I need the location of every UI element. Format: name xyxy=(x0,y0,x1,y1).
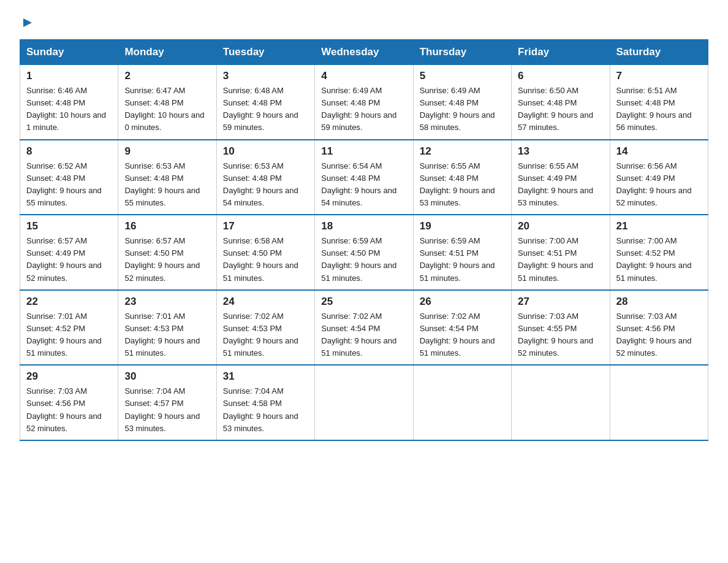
calendar-cell: 7 Sunrise: 6:51 AM Sunset: 4:48 PM Dayli… xyxy=(610,65,708,140)
day-number: 28 xyxy=(616,296,702,308)
day-info: Sunrise: 6:53 AM Sunset: 4:48 PM Dayligh… xyxy=(124,160,210,210)
daylight-label: Daylight: 9 hours and 51 minutes. xyxy=(124,336,200,358)
sunset-label: Sunset: 4:50 PM xyxy=(223,248,282,258)
sunset-label: Sunset: 4:48 PM xyxy=(420,174,479,183)
day-info: Sunrise: 7:03 AM Sunset: 4:56 PM Dayligh… xyxy=(616,310,702,360)
day-info: Sunrise: 6:56 AM Sunset: 4:49 PM Dayligh… xyxy=(616,160,702,210)
daylight-label: Daylight: 9 hours and 52 minutes. xyxy=(26,261,102,282)
daylight-label: Daylight: 9 hours and 52 minutes. xyxy=(124,261,200,282)
daylight-label: Daylight: 9 hours and 58 minutes. xyxy=(420,110,495,132)
calendar-cell: 1 Sunrise: 6:46 AM Sunset: 4:48 PM Dayli… xyxy=(20,65,118,140)
day-number: 12 xyxy=(420,145,505,158)
sunrise-label: Sunrise: 6:54 AM xyxy=(321,161,382,170)
calendar-cell: 29 Sunrise: 7:03 AM Sunset: 4:56 PM Dayl… xyxy=(20,365,118,440)
day-number: 27 xyxy=(518,296,603,308)
calendar-cell: 22 Sunrise: 7:01 AM Sunset: 4:52 PM Dayl… xyxy=(20,290,118,366)
daylight-label: Daylight: 9 hours and 51 minutes. xyxy=(223,336,298,358)
daylight-label: Daylight: 9 hours and 52 minutes. xyxy=(616,336,692,358)
daylight-label: Daylight: 9 hours and 51 minutes. xyxy=(420,336,495,358)
sunrise-label: Sunrise: 6:57 AM xyxy=(26,236,87,245)
calendar-cell: 31 Sunrise: 7:04 AM Sunset: 4:58 PM Dayl… xyxy=(216,365,314,440)
header-monday: Monday xyxy=(118,40,216,65)
day-info: Sunrise: 6:49 AM Sunset: 4:48 PM Dayligh… xyxy=(420,85,505,134)
day-number: 21 xyxy=(616,220,702,232)
sunset-label: Sunset: 4:50 PM xyxy=(124,248,183,258)
calendar-cell: 30 Sunrise: 7:04 AM Sunset: 4:57 PM Dayl… xyxy=(118,365,216,440)
svg-marker-0 xyxy=(23,18,32,27)
day-number: 26 xyxy=(420,296,505,308)
calendar-cell: 15 Sunrise: 6:57 AM Sunset: 4:49 PM Dayl… xyxy=(20,215,118,290)
calendar-cell: 4 Sunrise: 6:49 AM Sunset: 4:48 PM Dayli… xyxy=(315,65,413,140)
daylight-label: Daylight: 9 hours and 55 minutes. xyxy=(26,186,102,207)
calendar-cell: 25 Sunrise: 7:02 AM Sunset: 4:54 PM Dayl… xyxy=(315,290,413,366)
day-number: 20 xyxy=(518,220,603,232)
day-info: Sunrise: 7:00 AM Sunset: 4:51 PM Dayligh… xyxy=(518,235,603,285)
day-info: Sunrise: 7:02 AM Sunset: 4:54 PM Dayligh… xyxy=(321,310,406,360)
calendar-table: SundayMondayTuesdayWednesdayThursdayFrid… xyxy=(20,39,708,441)
daylight-label: Daylight: 9 hours and 59 minutes. xyxy=(223,110,298,132)
day-info: Sunrise: 6:54 AM Sunset: 4:48 PM Dayligh… xyxy=(321,160,406,210)
day-number: 14 xyxy=(616,145,702,158)
sunrise-label: Sunrise: 6:59 AM xyxy=(321,236,382,245)
day-info: Sunrise: 6:50 AM Sunset: 4:48 PM Dayligh… xyxy=(518,85,603,134)
day-info: Sunrise: 7:02 AM Sunset: 4:54 PM Dayligh… xyxy=(420,310,505,360)
day-number: 9 xyxy=(124,145,210,158)
calendar-cell: 13 Sunrise: 6:55 AM Sunset: 4:49 PM Dayl… xyxy=(512,140,610,215)
calendar-cell xyxy=(610,365,708,440)
calendar-cell: 2 Sunrise: 6:47 AM Sunset: 4:48 PM Dayli… xyxy=(118,65,216,140)
day-info: Sunrise: 7:03 AM Sunset: 4:55 PM Dayligh… xyxy=(518,310,603,360)
daylight-label: Daylight: 9 hours and 52 minutes. xyxy=(616,186,692,207)
sunset-label: Sunset: 4:48 PM xyxy=(223,174,282,183)
day-number: 1 xyxy=(26,70,112,82)
calendar-cell: 17 Sunrise: 6:58 AM Sunset: 4:50 PM Dayl… xyxy=(216,215,314,290)
daylight-label: Daylight: 9 hours and 55 minutes. xyxy=(124,186,200,207)
day-number: 13 xyxy=(518,145,603,158)
day-info: Sunrise: 6:58 AM Sunset: 4:50 PM Dayligh… xyxy=(223,235,308,285)
header-sunday: Sunday xyxy=(20,40,118,65)
daylight-label: Daylight: 9 hours and 54 minutes. xyxy=(321,186,396,207)
day-number: 8 xyxy=(26,145,112,158)
sunset-label: Sunset: 4:48 PM xyxy=(616,98,675,107)
day-number: 6 xyxy=(518,70,603,82)
day-info: Sunrise: 6:57 AM Sunset: 4:49 PM Dayligh… xyxy=(26,235,112,285)
day-info: Sunrise: 6:53 AM Sunset: 4:48 PM Dayligh… xyxy=(223,160,308,210)
daylight-label: Daylight: 9 hours and 59 minutes. xyxy=(321,110,396,132)
calendar-cell: 28 Sunrise: 7:03 AM Sunset: 4:56 PM Dayl… xyxy=(610,290,708,366)
calendar-cell: 8 Sunrise: 6:52 AM Sunset: 4:48 PM Dayli… xyxy=(20,140,118,215)
calendar-cell: 16 Sunrise: 6:57 AM Sunset: 4:50 PM Dayl… xyxy=(118,215,216,290)
sunset-label: Sunset: 4:48 PM xyxy=(223,98,282,107)
day-info: Sunrise: 7:01 AM Sunset: 4:52 PM Dayligh… xyxy=(26,310,112,360)
day-number: 31 xyxy=(223,370,308,383)
day-number: 22 xyxy=(26,296,112,308)
sunset-label: Sunset: 4:52 PM xyxy=(26,324,85,333)
day-number: 11 xyxy=(321,145,406,158)
sunset-label: Sunset: 4:48 PM xyxy=(321,174,380,183)
daylight-label: Daylight: 9 hours and 51 minutes. xyxy=(518,261,593,282)
sunset-label: Sunset: 4:56 PM xyxy=(26,399,85,408)
day-info: Sunrise: 7:04 AM Sunset: 4:58 PM Dayligh… xyxy=(223,385,308,435)
calendar-cell: 20 Sunrise: 7:00 AM Sunset: 4:51 PM Dayl… xyxy=(512,215,610,290)
sunset-label: Sunset: 4:49 PM xyxy=(518,174,577,183)
sunrise-label: Sunrise: 6:46 AM xyxy=(26,86,87,95)
day-number: 24 xyxy=(223,296,308,308)
day-info: Sunrise: 7:00 AM Sunset: 4:52 PM Dayligh… xyxy=(616,235,702,285)
calendar-cell: 23 Sunrise: 7:01 AM Sunset: 4:53 PM Dayl… xyxy=(118,290,216,366)
sunrise-label: Sunrise: 6:47 AM xyxy=(124,86,185,95)
day-number: 15 xyxy=(26,220,112,232)
header-friday: Friday xyxy=(512,40,610,65)
day-number: 25 xyxy=(321,296,406,308)
daylight-label: Daylight: 9 hours and 53 minutes. xyxy=(518,186,593,207)
calendar-cell: 27 Sunrise: 7:03 AM Sunset: 4:55 PM Dayl… xyxy=(512,290,610,366)
daylight-label: Daylight: 9 hours and 57 minutes. xyxy=(518,110,593,132)
sunset-label: Sunset: 4:51 PM xyxy=(420,248,479,258)
day-number: 2 xyxy=(124,70,210,82)
calendar-cell: 3 Sunrise: 6:48 AM Sunset: 4:48 PM Dayli… xyxy=(216,65,314,140)
calendar-cell xyxy=(315,365,413,440)
day-info: Sunrise: 6:48 AM Sunset: 4:48 PM Dayligh… xyxy=(223,85,308,134)
day-info: Sunrise: 7:04 AM Sunset: 4:57 PM Dayligh… xyxy=(124,385,210,435)
header-tuesday: Tuesday xyxy=(216,40,314,65)
sunrise-label: Sunrise: 6:48 AM xyxy=(223,86,284,95)
day-number: 30 xyxy=(124,370,210,383)
day-number: 29 xyxy=(26,370,112,383)
header-wednesday: Wednesday xyxy=(315,40,413,65)
